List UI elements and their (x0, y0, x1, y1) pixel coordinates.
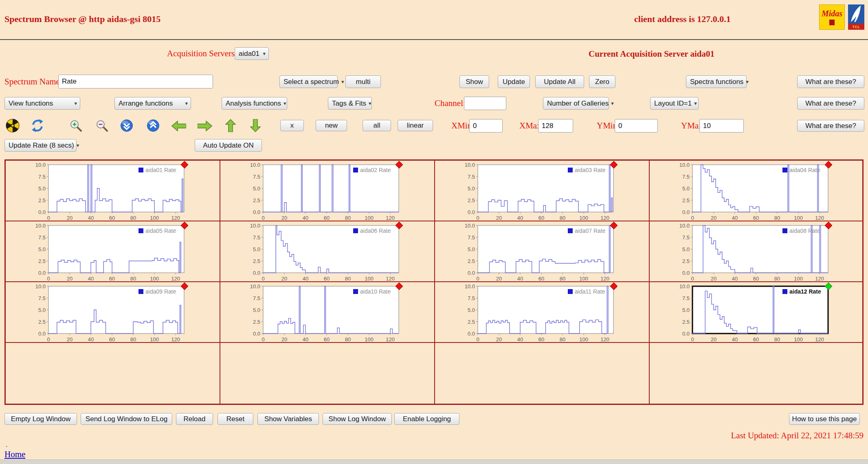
chart-cell-aida09-rate[interactable]: 0.02.55.07.510.0020406080100120 aida09 R… (6, 282, 220, 343)
multi-button[interactable]: multi (345, 75, 381, 88)
spectrum-name-input[interactable] (58, 75, 213, 88)
channel-input[interactable] (464, 97, 506, 110)
reload-button[interactable]: Reload (176, 413, 213, 425)
radiation-icon[interactable] (6, 119, 20, 134)
all-button[interactable]: all (363, 120, 391, 131)
xmax-input[interactable] (538, 119, 573, 133)
svg-text:60: 60 (753, 276, 759, 282)
arrange-functions-value: Arrange functions (119, 99, 173, 108)
svg-text:100: 100 (365, 336, 374, 342)
chart-cell-aida06-rate[interactable]: 0.02.55.07.510.0020406080100120 aida06 R… (220, 221, 435, 282)
chart-cell-aida05-rate[interactable]: 0.02.55.07.510.0020406080100120 aida05 R… (6, 221, 220, 282)
chart-cell-aida04-rate[interactable]: 0.02.55.07.510.0020406080100120 aida04 R… (650, 161, 864, 221)
zero-button[interactable]: Zero (589, 75, 615, 88)
svg-text:10.0: 10.0 (250, 162, 260, 168)
svg-text:0.0: 0.0 (38, 209, 46, 215)
svg-text:0: 0 (691, 276, 694, 282)
legend-label: aida07 Rate (575, 228, 606, 234)
up-arrow-icon[interactable] (225, 119, 236, 134)
legend-marker (782, 168, 787, 172)
enable-logging-button[interactable]: Enable Logging (394, 413, 459, 425)
galleries-dropdown[interactable]: Number of Galleries ▾ (543, 97, 609, 110)
ymin-input[interactable] (615, 119, 658, 133)
svg-text:10.0: 10.0 (465, 223, 475, 229)
svg-text:0.0: 0.0 (38, 270, 46, 276)
linear-button[interactable]: linear (398, 120, 433, 131)
chart-cell-aida01-rate[interactable]: 0.02.55.07.510.0020406080100120 aida01 R… (6, 161, 220, 221)
svg-text:2.5: 2.5 (38, 197, 46, 203)
zoom-out-icon[interactable] (95, 119, 108, 134)
how-to-use-button[interactable]: How to use this page (789, 413, 860, 425)
svg-text:7.5: 7.5 (253, 234, 260, 241)
home-link[interactable]: Home (4, 449, 25, 460)
down-arrow-icon[interactable] (250, 119, 261, 134)
scroll-down-icon[interactable] (120, 119, 133, 134)
chart-cell-aida12-rate[interactable]: 0.02.55.07.510.0020406080100120 aida12 R… (650, 282, 864, 343)
svg-text:80: 80 (560, 336, 565, 342)
right-arrow-icon[interactable] (198, 121, 212, 133)
legend-label: aida03 Rate (575, 167, 606, 173)
svg-text:0.0: 0.0 (468, 331, 475, 337)
chart-cell-aida11-rate[interactable]: 0.02.55.07.510.0020406080100120 aida11 R… (435, 282, 650, 343)
legend-label: aida04 Rate (789, 167, 820, 173)
svg-text:60: 60 (753, 215, 759, 221)
zoom-in-icon[interactable] (69, 119, 82, 134)
auto-update-button[interactable]: Auto Update ON (195, 139, 262, 152)
svg-text:20: 20 (281, 336, 287, 342)
analysis-functions-dropdown[interactable]: Analysis functions ▾ (222, 97, 287, 110)
svg-text:0.0: 0.0 (468, 270, 475, 276)
show-log-window-button[interactable]: Show Log Window (323, 413, 392, 425)
chart-cell-aida08-rate[interactable]: 0.02.55.07.510.0020406080100120 aida08 R… (650, 221, 864, 282)
xmin-label: XMin (451, 121, 472, 131)
horizontal-scrollbar[interactable] (0, 460, 868, 464)
chart-cell-aida10-rate[interactable]: 0.02.55.07.510.0020406080100120 aida10 R… (220, 282, 435, 343)
refresh-icon[interactable] (31, 119, 44, 134)
svg-text:5.0: 5.0 (38, 246, 46, 252)
update-rate-value: Update Rate (8 secs) (9, 141, 74, 150)
ymax-input[interactable] (699, 119, 744, 133)
chart-cell-aida03-rate[interactable]: 0.02.55.07.510.0020406080100120 aida03 R… (435, 161, 650, 221)
chevron-down-icon: ▾ (369, 100, 371, 106)
svg-text:100: 100 (150, 215, 159, 221)
xmin-input[interactable] (469, 119, 503, 133)
what-are-these-button-2[interactable]: What are these? (797, 97, 864, 110)
svg-text:0: 0 (47, 276, 50, 282)
svg-text:10.0: 10.0 (465, 283, 475, 289)
tags-fits-dropdown[interactable]: Tags & Fits ▾ (328, 97, 372, 110)
spectra-functions-dropdown[interactable]: Spectra functions ▾ (686, 75, 747, 88)
chart-cell-aida02-rate[interactable]: 0.02.55.07.510.0020406080100120 aida02 R… (220, 161, 435, 221)
what-are-these-button-1[interactable]: What are these? (797, 75, 864, 88)
layout-id-dropdown[interactable]: Layout ID=1 ▾ (650, 97, 699, 110)
tcl-powered-logo[interactable]: TCL (848, 4, 864, 30)
svg-text:40: 40 (732, 276, 738, 282)
svg-text:80: 80 (130, 215, 136, 221)
svg-text:7.5: 7.5 (253, 174, 260, 180)
empty-log-window-button[interactable]: Empty Log Window (4, 413, 77, 425)
scroll-up-icon[interactable] (147, 119, 160, 134)
chart-cell-aida07-rate[interactable]: 0.02.55.07.510.0020406080100120 aida07 R… (435, 221, 650, 282)
svg-text:40: 40 (732, 215, 738, 221)
update-button[interactable]: Update (498, 75, 530, 88)
show-variables-button[interactable]: Show Variables (257, 413, 319, 425)
svg-text:0.0: 0.0 (253, 270, 260, 276)
spectrum-chart: 0.02.55.07.510.0020406080100120 aida08 R… (650, 221, 864, 281)
svg-text:5.0: 5.0 (468, 307, 475, 313)
what-are-these-button-3[interactable]: What are these? (797, 120, 864, 132)
send-log-to-elog-button[interactable]: Send Log Window to ELog (81, 413, 172, 425)
arrange-functions-dropdown[interactable]: Arrange functions ▾ (114, 97, 191, 110)
midas-logo[interactable]: Midas (819, 4, 845, 30)
update-rate-dropdown[interactable]: Update Rate (8 secs) ▾ (4, 139, 77, 152)
show-button[interactable]: Show (459, 75, 489, 88)
x-button[interactable]: x (280, 120, 304, 131)
left-arrow-icon[interactable] (171, 121, 186, 133)
svg-text:40: 40 (517, 276, 523, 282)
reset-button[interactable]: Reset (218, 413, 253, 425)
legend-marker (353, 289, 358, 294)
view-functions-dropdown[interactable]: View functions ▾ (4, 97, 80, 110)
select-spectrum-dropdown[interactable]: Select a spectrum ▾ (279, 75, 338, 88)
legend-label: aida06 Rate (360, 228, 391, 234)
acquisition-server-select[interactable]: aida01 ▾ (235, 47, 269, 60)
svg-text:100: 100 (365, 276, 374, 282)
update-all-button[interactable]: Update All (535, 75, 584, 88)
new-button[interactable]: new (316, 120, 347, 131)
